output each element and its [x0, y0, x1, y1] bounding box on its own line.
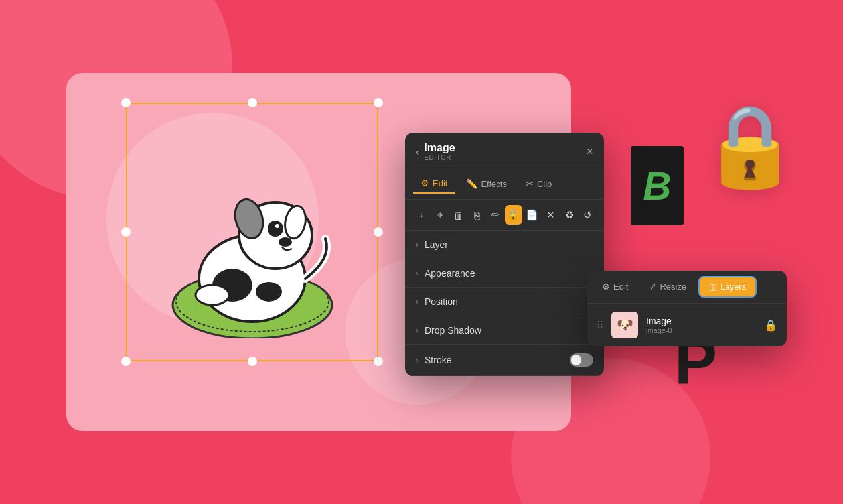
tab-effects[interactable]: ✏️ Effects: [458, 174, 515, 194]
panel-header-left: ‹ Image EDITOR: [416, 142, 455, 161]
section-position[interactable]: › Position: [405, 288, 604, 316]
handle-mid-right[interactable]: [374, 227, 383, 237]
clip-tab-icon: ✂: [526, 178, 534, 189]
layers-panel: ⚙ Edit ⤢ Resize ◫ Layers ⠿ 🐶 Image image…: [587, 271, 787, 346]
tool-move[interactable]: ✕: [542, 205, 560, 225]
tool-draw[interactable]: ✏: [487, 205, 504, 225]
tab-clip[interactable]: ✂ Clip: [518, 174, 560, 194]
layer-item[interactable]: ⠿ 🐶 Image image-0 🔒: [587, 304, 787, 346]
layers-tabs: ⚙ Edit ⤢ Resize ◫ Layers: [587, 271, 787, 304]
lock-icon-area: 🔒: [697, 86, 803, 206]
tool-add[interactable]: +: [413, 205, 430, 225]
svg-point-11: [279, 237, 292, 247]
handle-top-left[interactable]: [121, 98, 131, 107]
panel-title-group: Image EDITOR: [424, 142, 455, 161]
stroke-toggle[interactable]: [570, 353, 593, 367]
section-appearance[interactable]: › Appearance: [405, 259, 604, 288]
tab-clip-label: Clip: [537, 179, 552, 189]
layer-lock-icon[interactable]: 🔒: [764, 319, 777, 332]
edit-tab-icon: ⚙: [421, 178, 429, 188]
svg-point-4: [256, 282, 282, 302]
handle-mid-left[interactable]: [121, 227, 131, 237]
ltab-resize-label: Resize: [660, 282, 686, 292]
panel-title: Image: [424, 142, 455, 153]
section-layer[interactable]: › Layer: [405, 231, 604, 259]
handle-bot-right[interactable]: [374, 357, 383, 366]
tab-edit[interactable]: ⚙ Edit: [413, 174, 455, 194]
section-drop-shadow-label: Drop Shadow: [425, 325, 481, 336]
section-stroke[interactable]: › Stroke: [405, 345, 604, 376]
handle-bot-mid[interactable]: [248, 357, 257, 366]
ltab-layers-icon: ◫: [709, 282, 717, 292]
chevron-stroke: ›: [416, 355, 418, 365]
ltab-edit-icon: ⚙: [602, 282, 610, 292]
layer-thumbnail: 🐶: [611, 312, 638, 338]
chevron-appearance: ›: [416, 269, 418, 278]
ltab-layers-label: Layers: [720, 282, 746, 292]
dog-illustration: [133, 106, 372, 358]
tool-file[interactable]: 📄: [524, 205, 541, 225]
tool-delete[interactable]: 🗑: [450, 205, 467, 225]
ltab-edit[interactable]: ⚙ Edit: [593, 276, 637, 298]
chevron-position: ›: [416, 297, 418, 306]
section-layer-label: Layer: [425, 239, 448, 250]
handle-top-right[interactable]: [374, 98, 383, 107]
tab-edit-label: Edit: [433, 178, 447, 188]
tool-duplicate[interactable]: ⌖: [431, 205, 449, 225]
tool-lock[interactable]: 🔒: [505, 205, 522, 225]
chevron-drop-shadow: ›: [416, 326, 418, 335]
tool-recycle[interactable]: ♻: [560, 205, 577, 225]
drag-handle-icon: ⠿: [597, 320, 603, 330]
back-button[interactable]: ‹: [416, 146, 419, 158]
layer-id: image-0: [646, 326, 756, 334]
editor-panel: ‹ Image EDITOR × ⚙ Edit ✏️ Effects ✂ Cli…: [405, 133, 604, 376]
toolbar: + ⌖ 🗑 ⎘ ✏ 🔒 📄 ✕ ♻ ↺: [405, 200, 604, 231]
layer-info: Image image-0: [646, 316, 756, 334]
svg-point-10: [275, 224, 279, 228]
section-appearance-label: Appearance: [425, 268, 475, 279]
section-position-label: Position: [425, 296, 458, 307]
ltab-edit-label: Edit: [613, 282, 628, 292]
ltab-resize[interactable]: ⤢ Resize: [640, 276, 696, 298]
ltab-resize-icon: ⤢: [649, 282, 656, 292]
b-letter-box: B: [631, 146, 684, 225]
section-drop-shadow[interactable]: › Drop Shadow: [405, 316, 604, 345]
panel-subtitle: EDITOR: [424, 154, 455, 161]
section-stroke-label: Stroke: [425, 355, 451, 365]
close-button[interactable]: ×: [586, 145, 593, 158]
effects-tab-icon: ✏️: [466, 178, 477, 189]
tool-copy[interactable]: ⎘: [468, 205, 485, 225]
tab-effects-label: Effects: [481, 179, 507, 189]
stroke-toggle-area: [570, 353, 593, 367]
handle-bot-left[interactable]: [121, 357, 131, 366]
layer-name: Image: [646, 316, 756, 326]
svg-point-12: [196, 285, 229, 305]
tool-rotate[interactable]: ↺: [579, 205, 596, 225]
lock-icon-large: 🔒: [700, 99, 800, 193]
ltab-layers[interactable]: ◫ Layers: [698, 276, 757, 298]
panel-header: ‹ Image EDITOR ×: [405, 133, 604, 168]
panel-tabs: ⚙ Edit ✏️ Effects ✂ Clip: [405, 168, 604, 200]
chevron-layer: ›: [416, 240, 418, 249]
